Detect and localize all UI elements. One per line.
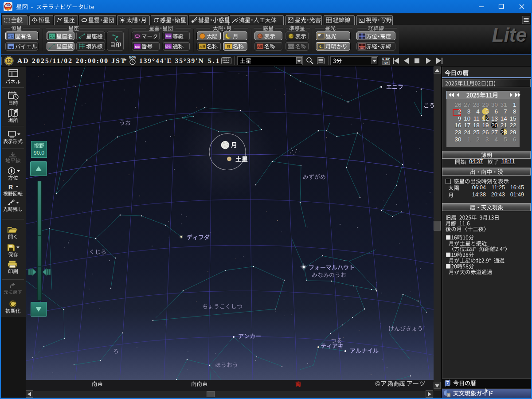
svg-text:SN: SN (6, 4, 10, 7)
svg-text:αβ: αβ (9, 45, 13, 49)
svg-text:M8: M8 (135, 45, 140, 49)
svg-text:Lite: Lite (6, 8, 11, 10)
svg-text:STEP: STEP (382, 57, 391, 60)
svg-text:12: 12 (6, 58, 12, 63)
svg-text:x2: x2 (384, 61, 388, 65)
svg-text:R: R (8, 184, 13, 190)
svg-text:NOW: NOW (129, 56, 137, 59)
svg-text:10.0: 10.0 (166, 35, 171, 38)
svg-text:2000: 2000 (360, 47, 364, 49)
